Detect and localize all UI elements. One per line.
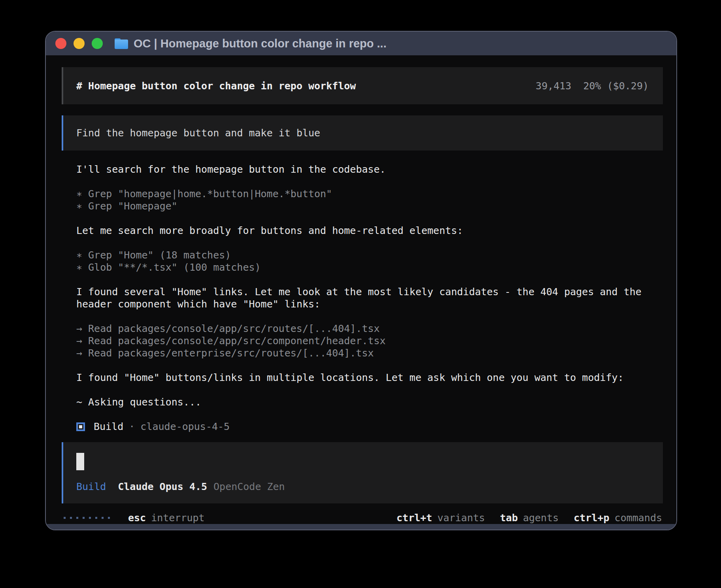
agents-key: tab bbox=[500, 512, 518, 524]
session-stats: 39,413 20% ($0.29) bbox=[536, 80, 649, 92]
tool-call-text: Grep "Homepage" bbox=[88, 200, 177, 212]
user-message-text: Find the homepage button and make it blu… bbox=[76, 127, 320, 139]
arrow-right-icon: → bbox=[76, 347, 82, 359]
agent-badge[interactable]: Build bbox=[76, 481, 106, 493]
tool-call-text: Glob "**/*.tsx" (100 matches) bbox=[88, 261, 261, 273]
assistant-text: I found several "Home" links. Let me loo… bbox=[76, 286, 676, 298]
context-cost: 20% ($0.29) bbox=[583, 80, 649, 92]
close-button[interactable] bbox=[55, 38, 66, 49]
assistant-text: header component which have "Home" links… bbox=[76, 298, 676, 310]
window-title: OC | Homepage button color change in rep… bbox=[134, 37, 387, 50]
assistant-text: I found "Home" buttons/links in multiple… bbox=[76, 371, 676, 384]
agent-task-row: Build · claude-opus-4-5 bbox=[76, 420, 676, 433]
tool-call-line: ∗ Grep "Home" (18 matches) bbox=[76, 249, 676, 261]
esc-label: interrupt bbox=[151, 512, 204, 524]
traffic-lights bbox=[55, 38, 103, 49]
esc-hint: esc interrupt bbox=[128, 512, 205, 524]
read-tool-text: Read packages/console/app/src/component/… bbox=[88, 335, 386, 347]
window-titlebar[interactable]: OC | Homepage button color change in rep… bbox=[46, 32, 676, 55]
tool-call-line: ∗ Glob "**/*.tsx" (100 matches) bbox=[76, 261, 676, 273]
provider-name: OpenCode Zen bbox=[213, 481, 285, 493]
token-count: 39,413 bbox=[536, 80, 571, 92]
read-tool-line: → Read packages/console/app/src/routes/[… bbox=[76, 322, 676, 335]
tool-call-line: ∗ Grep "homepage|home.*button|Home.*butt… bbox=[76, 188, 676, 200]
tool-bullet-icon: ∗ bbox=[76, 261, 82, 273]
arrow-right-icon: → bbox=[76, 335, 82, 347]
read-tool-line: → Read packages/enterprise/src/routes/[.… bbox=[76, 347, 676, 359]
task-status-line: ~ Asking questions... bbox=[76, 396, 676, 408]
esc-key: esc bbox=[128, 512, 146, 524]
commands-hint: ctrl+p commands bbox=[574, 512, 662, 524]
keyboard-hints: ctrl+t variants tab agents ctrl+p comman… bbox=[396, 512, 662, 524]
user-message: Find the homepage button and make it blu… bbox=[62, 115, 663, 151]
model-name[interactable]: Claude Opus 4.5 bbox=[118, 481, 207, 493]
zoom-button[interactable] bbox=[92, 38, 103, 49]
status-bar: esc interrupt ctrl+t variants tab agents… bbox=[46, 512, 676, 524]
session-header: # Homepage button color change in repo w… bbox=[62, 67, 663, 104]
terminal-window: OC | Homepage button color change in rep… bbox=[45, 31, 677, 530]
dot-separator-icon: · bbox=[129, 420, 135, 433]
variants-key: ctrl+t bbox=[396, 512, 432, 524]
agent-task-label: Build bbox=[94, 420, 123, 433]
assistant-transcript: I'll search for the homepage button in t… bbox=[76, 163, 676, 433]
minimize-button[interactable] bbox=[74, 38, 85, 49]
commands-key: ctrl+p bbox=[574, 512, 609, 524]
input-footer: Build Claude Opus 4.5 OpenCode Zen bbox=[76, 481, 663, 493]
assistant-text: Let me search more broadly for buttons a… bbox=[76, 224, 676, 237]
folder-icon bbox=[115, 38, 128, 49]
terminal-content: # Homepage button color change in repo w… bbox=[46, 55, 676, 524]
tool-call-text: Grep "homepage|home.*button|Home.*button… bbox=[88, 188, 332, 200]
spinner-dots-icon bbox=[64, 517, 110, 519]
arrow-right-icon: → bbox=[76, 322, 82, 335]
agent-square-icon bbox=[76, 422, 85, 431]
variants-hint: ctrl+t variants bbox=[396, 512, 485, 524]
agents-hint: tab agents bbox=[500, 512, 559, 524]
tool-call-line: ∗ Grep "Homepage" bbox=[76, 200, 676, 212]
text-cursor bbox=[76, 453, 84, 470]
tool-call-text: Grep "Home" (18 matches) bbox=[88, 249, 231, 261]
window-bottom-strip bbox=[46, 524, 676, 530]
session-title: # Homepage button color change in repo w… bbox=[76, 80, 356, 92]
variants-label: variants bbox=[437, 512, 485, 524]
commands-label: commands bbox=[615, 512, 662, 524]
tool-bullet-icon: ∗ bbox=[76, 249, 82, 261]
read-tool-text: Read packages/enterprise/src/routes/[...… bbox=[88, 347, 374, 359]
agents-label: agents bbox=[523, 512, 559, 524]
assistant-text: I'll search for the homepage button in t… bbox=[76, 163, 676, 175]
tool-bullet-icon: ∗ bbox=[76, 188, 82, 200]
tool-bullet-icon: ∗ bbox=[76, 200, 82, 212]
agent-task-model: claude-opus-4-5 bbox=[140, 420, 230, 433]
prompt-input[interactable]: Build Claude Opus 4.5 OpenCode Zen bbox=[62, 442, 663, 503]
read-tool-line: → Read packages/console/app/src/componen… bbox=[76, 335, 676, 347]
read-tool-text: Read packages/console/app/src/routes/[..… bbox=[88, 322, 380, 335]
